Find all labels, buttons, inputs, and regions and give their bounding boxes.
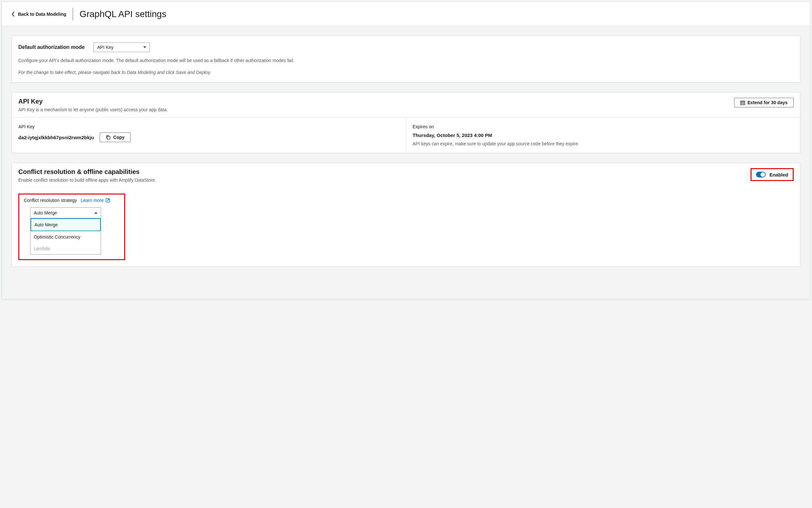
- external-link-icon: [106, 198, 110, 203]
- back-link-label: Back to Data Modeling: [18, 11, 66, 17]
- copy-button[interactable]: Copy: [100, 132, 131, 142]
- strategy-option-auto-merge[interactable]: Auto Merge: [31, 218, 101, 231]
- api-key-panel: API Key API Key is a mechanism to let an…: [11, 92, 801, 153]
- extend-button[interactable]: Extend for 30 days: [734, 98, 794, 108]
- strategy-annotation: Conflict resolution strategy Learn more …: [18, 194, 125, 260]
- api-key-value: da2-iytqjxlkkbh67psni2rwm2bkju: [18, 135, 94, 140]
- svg-rect-5: [107, 136, 110, 139]
- strategy-option-optimistic-concurrency[interactable]: Optimistic Concurrency: [31, 231, 101, 243]
- strategy-select[interactable]: Auto Merge: [30, 207, 101, 218]
- svg-rect-0: [740, 101, 745, 105]
- conflict-title: Conflict resolution & offline capabiliti…: [18, 168, 156, 176]
- auth-mode-note: For the change to take effect, please na…: [18, 69, 794, 76]
- learn-more-link[interactable]: Learn more: [81, 198, 110, 203]
- expires-value: Thursday, October 5, 2023 4:00 PM: [413, 132, 794, 138]
- api-key-label: API Key: [18, 124, 400, 129]
- api-key-title: API Key: [18, 98, 168, 105]
- auth-mode-description: Configure your API's default authorizati…: [18, 57, 794, 64]
- extend-button-label: Extend for 30 days: [748, 100, 788, 105]
- strategy-label: Conflict resolution strategy: [24, 198, 77, 203]
- auth-mode-label: Default authorization mode: [18, 44, 85, 50]
- auth-mode-select-value: API Key: [97, 45, 114, 50]
- calendar-icon: [740, 100, 745, 105]
- copy-button-label: Copy: [113, 135, 124, 140]
- caret-down-icon: [143, 46, 147, 48]
- back-link[interactable]: Back to Data Modeling: [11, 11, 66, 17]
- expires-label: Expires on: [413, 124, 794, 129]
- conflict-panel: Conflict resolution & offline capabiliti…: [11, 163, 801, 267]
- auth-mode-select[interactable]: API Key: [94, 42, 150, 52]
- expires-hint: API keys can expire, make sure to update…: [413, 141, 794, 146]
- strategy-select-value: Auto Merge: [34, 210, 57, 215]
- learn-more-label: Learn more: [81, 198, 104, 203]
- enabled-toggle-annotation: Enabled: [750, 168, 794, 181]
- enabled-toggle-label: Enabled: [770, 172, 788, 177]
- header-divider: [73, 8, 73, 20]
- api-key-subtitle: API Key is a mechanism to let anyone (pu…: [18, 107, 168, 112]
- chevron-left-icon: [11, 11, 15, 17]
- strategy-dropdown: Auto Merge Optimistic Concurrency Lambda: [30, 218, 101, 255]
- auth-mode-panel: Default authorization mode API Key Confi…: [11, 36, 801, 83]
- enabled-toggle[interactable]: [756, 172, 766, 177]
- copy-icon: [106, 135, 111, 140]
- strategy-option-lambda[interactable]: Lambda: [31, 243, 101, 254]
- page-header: Back to Data Modeling GraphQL API settin…: [2, 2, 810, 26]
- conflict-subtitle: Enable conflict resolution to build offl…: [18, 177, 156, 183]
- caret-up-icon: [94, 212, 97, 214]
- page-title: GraphQL API settings: [79, 9, 166, 19]
